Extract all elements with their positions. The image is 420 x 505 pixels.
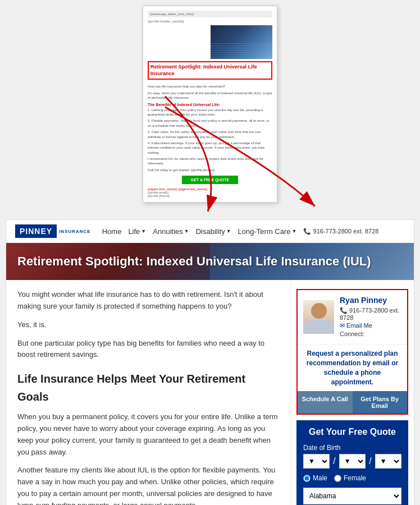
logo-text: PINNEY	[15, 224, 57, 238]
agent-cta-text: Request a personalized plan recommendati…	[298, 344, 407, 391]
dob-separator1: /	[332, 456, 336, 466]
dob-month-select[interactable]: ▼	[303, 454, 330, 469]
gender-female-radio[interactable]	[334, 475, 341, 482]
email-icon: ✉	[340, 322, 345, 329]
email-call: Call me today to get started: {{profile.…	[148, 168, 272, 172]
phone-icon: 📞	[303, 228, 311, 235]
longterm-chevron-icon: ▼	[292, 228, 297, 234]
email-benefit1: 1. Lifelong coverage. Your policy covers…	[148, 108, 272, 117]
page-wrapper: {{message_editor_new_info}} {{profile.he…	[0, 0, 420, 505]
agent-avatar	[303, 300, 334, 334]
agent-card-header: Ryan Pinney 📞 916-773-2800 ext. 8728 ✉ E…	[298, 290, 407, 344]
hero-title: Retirement Spotlight: Indexed Universal …	[17, 254, 403, 269]
email-para1: How can life insurance help you plan for…	[148, 84, 272, 89]
agent-buttons: Schedule A Call Get Plans By Email	[298, 391, 407, 414]
gender-male-option[interactable]: Male	[303, 474, 327, 482]
dob-day-select[interactable]: ▼	[339, 454, 366, 469]
email-benefit4: 4. Index-linked earnings. If your index …	[148, 141, 272, 155]
profile-header-label: {{profile.header_use(0)}}	[148, 20, 272, 23]
article-para1: You might wonder what life insurance has…	[17, 289, 279, 313]
nav-disability[interactable]: Disability ▼	[196, 227, 231, 236]
sidebar: Ryan Pinney 📞 916-773-2800 ext. 8728 ✉ E…	[290, 280, 414, 505]
agent-phone: 📞 916-773-2800 ext. 8728	[340, 307, 401, 321]
nav-life[interactable]: Life ▼	[128, 227, 146, 236]
quote-form-title: Get Your Free Quote	[303, 427, 401, 437]
email-headline: Retirement Spotlight: Indexed Universal …	[148, 61, 272, 80]
agent-connect: Connect:	[340, 330, 401, 337]
nav-home[interactable]: Home	[102, 227, 122, 236]
email-cta-button[interactable]: GET A FREE QUOTE	[182, 176, 238, 184]
email-top-bar: {{message_editor_new_info}}	[148, 11, 272, 17]
email-recommend: I recommend IUL for clients who need to …	[148, 157, 272, 166]
quote-form: Get Your Free Quote Date of Birth ▼ / ▼ …	[296, 420, 408, 505]
email-para2: It's easy, when you understand all the b…	[148, 91, 272, 100]
life-chevron-icon: ▼	[141, 228, 146, 234]
article-para3: But one particular policy type has big b…	[17, 338, 279, 361]
nav-items: Home Life ▼ Annuities ▼ Disability ▼ Lon…	[102, 227, 405, 236]
nav-phone: 📞 916-773-2800 ext. 8728	[303, 228, 378, 235]
agent-name: Ryan Pinney	[340, 296, 401, 305]
article-h2: Life Insurance Helps Meet Your Retiremen…	[17, 370, 279, 406]
email-benefits-title: The Benefits of Indexed Universal Life:	[148, 103, 272, 107]
disability-chevron-icon: ▼	[226, 228, 231, 234]
main-content-area: You might wonder what life insurance has…	[6, 280, 414, 505]
email-benefit3: 3. Cash value. An IUL policy accumulates…	[148, 130, 272, 139]
nav-bar: PINNEY INSURANCE Home Life ▼ Annuities ▼…	[6, 220, 414, 243]
dob-row: ▼ / ▼ / ▼	[303, 454, 401, 469]
annuities-chevron-icon: ▼	[184, 228, 189, 234]
agent-card: Ryan Pinney 📞 916-773-2800 ext. 8728 ✉ E…	[296, 289, 408, 415]
dob-label: Date of Birth	[303, 444, 401, 452]
article-para5: Another feature my clients like about IU…	[17, 465, 279, 505]
agent-email-link[interactable]: ✉ Email Me	[340, 322, 401, 329]
article-para4: When you buy a permanent policy, it cove…	[17, 411, 279, 458]
gender-male-radio[interactable]	[303, 475, 311, 482]
schedule-call-button[interactable]: Schedule A Call	[298, 391, 353, 414]
email-benefit2: 2. Flexible payments. You can fund your …	[148, 118, 272, 128]
email-sig-name: {{agent.first_name}} {{agent.last_name}}…	[148, 187, 272, 198]
website-section: PINNEY INSURANCE Home Life ▼ Annuities ▼…	[6, 219, 414, 505]
pinney-logo: PINNEY INSURANCE	[15, 224, 91, 238]
logo-sub: INSURANCE	[59, 229, 91, 234]
gender-female-option[interactable]: Female	[334, 474, 366, 482]
get-plans-button[interactable]: Get Plans By Email	[353, 391, 408, 414]
agent-info: Ryan Pinney 📞 916-773-2800 ext. 8728 ✉ E…	[340, 296, 401, 338]
state-select[interactable]: Alabama	[303, 488, 401, 504]
dob-separator2: /	[368, 456, 372, 466]
email-preview-section: {{message_editor_new_info}} {{profile.he…	[0, 0, 420, 219]
nav-longterm[interactable]: Long-Term Care ▼	[238, 227, 297, 236]
gender-row: Male Female	[303, 474, 401, 482]
article-para2: Yes, it is.	[17, 319, 279, 331]
email-hero-image	[211, 25, 272, 59]
hero-banner: Retirement Spotlight: Indexed Universal …	[6, 243, 414, 280]
dob-year-select[interactable]: ▼	[375, 454, 401, 469]
phone-icon: 📞	[340, 307, 348, 314]
nav-annuities[interactable]: Annuities ▼	[153, 227, 189, 236]
email-preview-card: {{message_editor_new_info}} {{profile.he…	[143, 6, 277, 203]
article-content: You might wonder what life insurance has…	[6, 280, 290, 505]
message-editor-label: {{message_editor_new_info}}	[150, 12, 194, 16]
